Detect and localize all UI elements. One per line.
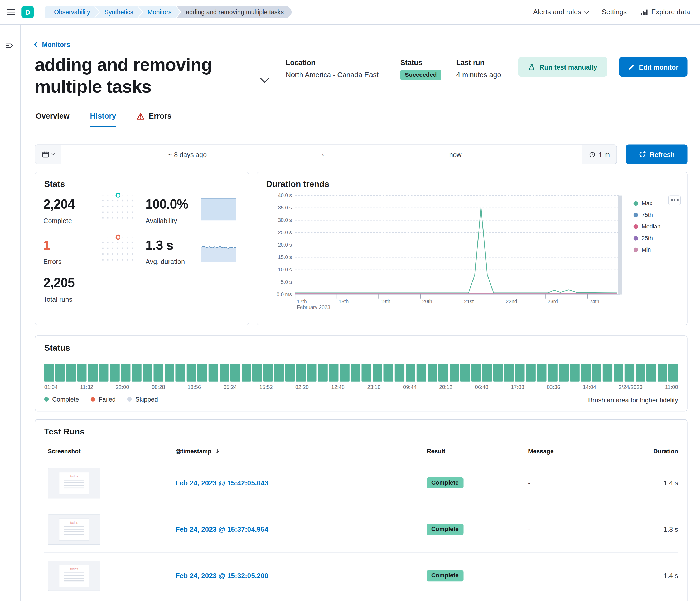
status-bar [241,364,251,382]
stat-complete-value: 2,204 [43,197,75,212]
refresh-button[interactable]: Refresh [626,145,688,164]
sparkline-marker [116,235,121,240]
test-run-row: todosFeb 24, 2023 @ 15:32:05.200Complete… [44,553,678,599]
breadcrumb-item[interactable]: Observability [45,6,99,18]
top-header-bar: D ObservabilitySyntheticsMonitorsadding … [0,0,700,25]
legend-label: Max [642,200,653,207]
duration-trends-title: Duration trends [266,179,329,189]
explore-data-link[interactable]: Explore data [640,8,690,16]
hamburger-menu-icon[interactable] [7,9,15,15]
status-bar [362,364,371,382]
tab-overview[interactable]: Overview [35,112,69,127]
flask-icon [528,63,535,70]
chevron-down-icon [584,9,589,14]
status-bar [55,364,65,382]
breadcrumb-item[interactable]: Monitors [138,6,180,18]
status-bars[interactable] [44,364,678,382]
test-run-timestamp-link[interactable]: Feb 24, 2023 @ 15:32:05.200 [175,572,268,579]
legend-dot [633,247,638,252]
status-bar [219,364,229,382]
status-panel: Status 01:0411:3222:0008:2818:5605:2415:… [35,335,688,411]
status-bar [198,364,207,382]
svg-text:18th: 18th [339,298,349,304]
status-bar [187,364,196,382]
status-bar [526,364,535,382]
status-bar [384,364,393,382]
svg-text:35.0 s: 35.0 s [278,205,292,211]
status-tick-label: 14:04 [583,384,596,390]
tab-bar: Overview History Errors [35,112,171,127]
column-screenshot: Screenshot [44,448,176,454]
space-avatar[interactable]: D [21,6,34,18]
duration-cell: 1.4 s [618,572,678,580]
chart-legend-item[interactable]: Max [633,200,661,207]
back-to-monitors-link[interactable]: Monitors [35,41,70,48]
breadcrumbs: ObservabilitySyntheticsMonitorsadding an… [45,6,293,18]
breadcrumb-item[interactable]: Synthetics [95,6,142,18]
status-bar [657,364,667,382]
dock-navigation-icon[interactable] [6,42,14,49]
chart-legend-item[interactable]: Median [633,223,661,230]
monitor-select-chevron-icon[interactable] [260,74,269,83]
chart-options-button[interactable] [668,195,681,205]
legend-label: Median [642,223,660,230]
run-test-manually-button[interactable]: Run test manually [518,57,607,77]
last-run-value: 4 minutes ago [456,71,501,79]
duration-trends-chart[interactable]: 40.0 s35.0 s30.0 s25.0 s20.0 s15.0 s10.0… [265,192,631,311]
column-timestamp[interactable]: @timestamp [175,448,427,454]
status-bar [66,364,76,382]
status-bar [318,364,327,382]
result-badge: Complete [427,524,463,534]
chart-legend-item[interactable]: 75th [633,212,661,218]
status-bar [592,364,601,382]
legend-label: Complete [52,396,79,403]
tab-errors[interactable]: Errors [136,112,171,127]
status-bar [285,364,295,382]
stat-errors-label: Errors [43,258,61,266]
chart-legend-item[interactable]: 25th [633,235,661,241]
screenshot-preview: todos [59,519,89,540]
refresh-interval-button[interactable]: 1 m [582,145,617,164]
brush-hint: Brush an area for higher fidelity [588,396,678,404]
quick-select-date-button[interactable] [35,145,61,164]
date-range-end-field[interactable]: now [329,145,582,164]
status-tick-label: 18:56 [188,384,201,390]
test-run-timestamp-link[interactable]: Feb 24, 2023 @ 15:42:05.043 [175,479,268,487]
status-bar [581,364,590,382]
svg-text:17th: 17th [297,298,307,304]
screenshot-thumbnail[interactable]: todos [48,514,100,544]
screenshot-app-title: todos [70,567,78,570]
svg-text:21st: 21st [464,298,474,304]
tab-history[interactable]: History [90,112,116,127]
stats-title: Stats [44,179,65,189]
test-run-timestamp-link[interactable]: Feb 24, 2023 @ 15:37:04.954 [175,525,268,533]
svg-text:20.0 s: 20.0 s [278,242,292,248]
edit-monitor-button[interactable]: Edit monitor [619,57,688,77]
status-bar [559,364,569,382]
legend-label: Min [642,246,651,253]
errors-sparkline [100,237,134,262]
screenshot-thumbnail[interactable]: todos [48,468,100,498]
left-sidebar [0,25,21,601]
screenshot-thumbnail[interactable]: todos [48,561,100,591]
status-bar [296,364,306,382]
bar-chart-icon [640,8,648,16]
status-bar [208,364,218,382]
settings-label: Settings [602,8,627,16]
chart-legend-item[interactable]: Min [633,246,661,253]
tab-history-label: History [90,112,116,121]
status-bar [548,364,557,382]
status-badge: Succeeded [400,70,441,80]
date-range-start-field[interactable]: ~ 8 days ago [61,145,314,164]
settings-link[interactable]: Settings [602,8,627,16]
column-result: Result [427,448,528,454]
alerts-and-rules-menu[interactable]: Alerts and rules [533,8,588,16]
status-bar [263,364,273,382]
main-content: Monitors adding and removing multiple ta… [35,25,688,601]
status-bar [603,364,612,382]
duration-trends-legend: Max75thMedian25thMin [633,200,661,253]
status-bar [449,364,459,382]
message-cell: - [528,479,618,487]
test-run-row: todosFeb 24, 2023 @ 15:42:05.043Complete… [44,460,678,506]
status-bar [44,364,54,382]
